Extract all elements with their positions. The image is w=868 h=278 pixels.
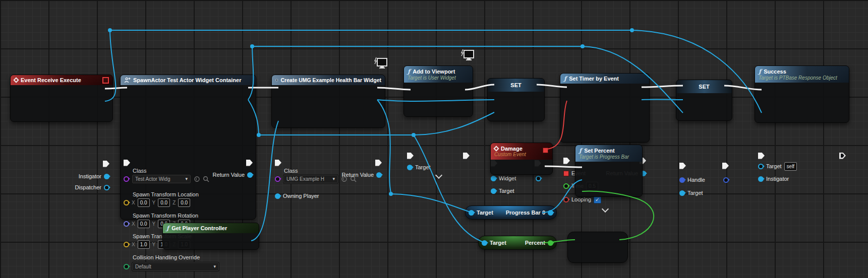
reroute-dot[interactable] (581, 44, 585, 48)
dispatcher-out-pin[interactable] (104, 185, 109, 190)
node-damage-event[interactable]: Damage Custom Event (490, 143, 553, 175)
node-header[interactable]: ƒ Set Timer by Event (560, 74, 649, 84)
target-field[interactable]: self (784, 162, 797, 171)
node-subtitle: Target is User Widget (408, 75, 469, 81)
node-title: SpawnActor Test Actor Widget Container (133, 77, 241, 83)
class-pin[interactable] (124, 176, 129, 182)
exec-out-pin[interactable] (375, 160, 382, 166)
node-get-player-controller[interactable]: ƒ Get Player Controller Player Index 0 R… (162, 223, 259, 250)
exec-out-pin[interactable] (246, 160, 253, 166)
instigator-out-pin[interactable] (104, 174, 109, 179)
node-title: Create UMG Example Health Bar Widget (281, 77, 381, 83)
time-pin[interactable] (563, 183, 569, 189)
class-dropdown[interactable]: Test Actor Widg ▾ (132, 174, 191, 184)
browse-asset-icon[interactable] (203, 176, 209, 182)
percent-out-pin[interactable] (548, 240, 553, 246)
delegate-pin[interactable] (102, 77, 109, 84)
node-set-handle[interactable]: SET Handle Target (676, 80, 732, 121)
node-header[interactable]: SET (488, 79, 544, 92)
blueprint-canvas[interactable]: Event Receive Execute Instigator Dispatc… (0, 0, 868, 278)
handle-in-pin[interactable] (679, 177, 685, 183)
exec-in-pin[interactable] (679, 163, 686, 169)
event-icon (493, 146, 499, 151)
exec-out-pin[interactable] (463, 153, 470, 159)
pin-label: Dispatcher (75, 184, 101, 190)
pin-label: Instigator (79, 173, 101, 179)
target-pin[interactable] (469, 210, 474, 216)
rotation-x-field[interactable]: 0.0 (138, 220, 150, 228)
widget-icon (275, 78, 278, 83)
progress-bar-out-pin[interactable] (548, 210, 553, 216)
reroute-dot[interactable] (250, 44, 254, 48)
handle-out-pin[interactable] (723, 177, 729, 183)
owning-player-pin[interactable] (275, 193, 280, 199)
node-set-percent[interactable]: ƒ Set Percent Target is Progress Bar Tar… (575, 145, 643, 197)
node-spawn-actor[interactable]: SpawnActor Test Actor Widget Container C… (120, 75, 256, 220)
reroute-dot[interactable] (630, 28, 634, 32)
looping-pin[interactable] (563, 197, 569, 202)
instigator-pin[interactable] (758, 176, 764, 182)
scale-pin[interactable] (124, 242, 129, 247)
node-header[interactable]: ƒ Get Player Controller (163, 223, 259, 233)
pin-label: Looping (571, 196, 591, 202)
scale-x-field[interactable]: 1.0 (138, 240, 150, 249)
exec-in-pin[interactable] (758, 153, 765, 159)
return-value-pin[interactable] (247, 172, 253, 178)
pin-label: Instigator (766, 176, 789, 182)
target-pin[interactable] (407, 165, 413, 170)
node-add-to-viewport[interactable]: ƒ Add to Viewport Target is User Widget … (403, 65, 473, 117)
node-header[interactable]: ƒ Success Target is PTBase Response Obje… (755, 66, 849, 83)
collision-dropdown[interactable]: Default ▾ (132, 262, 219, 271)
reroute-dot[interactable] (257, 133, 261, 137)
pin-label: Target (687, 190, 703, 196)
reroute-dot[interactable] (389, 192, 393, 196)
widget-out-pin[interactable] (536, 176, 541, 181)
node-header[interactable]: SpawnActor Test Actor Widget Container (121, 75, 256, 85)
location-y-field[interactable]: 0.0 (158, 198, 170, 207)
reroute-dot[interactable] (108, 28, 112, 32)
node-get-percent[interactable]: Target Percent (478, 236, 557, 250)
node-create-widget[interactable]: Create UMG Example Health Bar Widget Cla… (271, 75, 385, 128)
location-z-field[interactable]: 0.0 (178, 198, 190, 207)
exec-in-pin[interactable] (563, 158, 570, 164)
pin-label: Return Value (342, 172, 374, 178)
node-header[interactable]: SET (676, 80, 732, 93)
exec-out-pin[interactable] (103, 161, 109, 167)
target-pin[interactable] (758, 164, 764, 169)
expand-chevron[interactable] (602, 205, 609, 213)
exec-out-pin[interactable] (722, 163, 729, 169)
rotation-pin[interactable] (124, 221, 129, 227)
class-pin[interactable] (275, 176, 280, 182)
target-pin[interactable] (679, 190, 685, 196)
expand-chevron[interactable] (435, 172, 442, 179)
collision-pin[interactable] (124, 264, 129, 269)
node-header[interactable]: ƒ Set Percent Target is Progress Bar (575, 145, 642, 162)
reroute-dot[interactable] (412, 133, 416, 137)
node-subtract[interactable]: – 0.05 Add pin (567, 232, 628, 263)
node-get-progress-bar[interactable]: Target Progress Bar 0 (465, 205, 557, 220)
node-set-timer[interactable]: ƒ Set Timer by Event Event Return Value … (560, 73, 650, 143)
node-header[interactable]: Event Receive Execute (11, 75, 112, 85)
node-set-widget[interactable]: SET Widget Target (487, 78, 545, 121)
node-header[interactable]: ƒ Add to Viewport Target is User Widget (404, 66, 473, 83)
return-value-pin[interactable] (376, 172, 382, 178)
exec-in-pin[interactable] (275, 160, 281, 166)
node-subtitle: Target is PTBase Response Object (759, 75, 845, 81)
widget-in-pin[interactable] (491, 176, 496, 181)
target-pin[interactable] (491, 188, 496, 194)
event-delegate-pin[interactable] (563, 171, 569, 176)
location-x-field[interactable]: 0.0 (138, 198, 150, 207)
exec-out-pin[interactable] (839, 153, 846, 159)
node-header[interactable]: Create UMG Example Health Bar Widget (272, 75, 385, 85)
use-asset-icon[interactable] (194, 176, 200, 182)
pin-label: Target (415, 164, 431, 170)
exec-in-pin[interactable] (407, 153, 414, 159)
viewport-overlay-icon (460, 48, 475, 63)
node-event-receive-execute[interactable]: Event Receive Execute Instigator Dispatc… (10, 75, 113, 122)
node-success[interactable]: ƒ Success Target is PTBase Response Obje… (755, 65, 849, 123)
target-pin[interactable] (482, 240, 487, 246)
delegate-pin[interactable] (543, 148, 548, 153)
location-pin[interactable] (124, 200, 129, 205)
exec-in-pin[interactable] (124, 160, 130, 166)
class-dropdown[interactable]: UMG Example H ▾ (283, 174, 338, 184)
